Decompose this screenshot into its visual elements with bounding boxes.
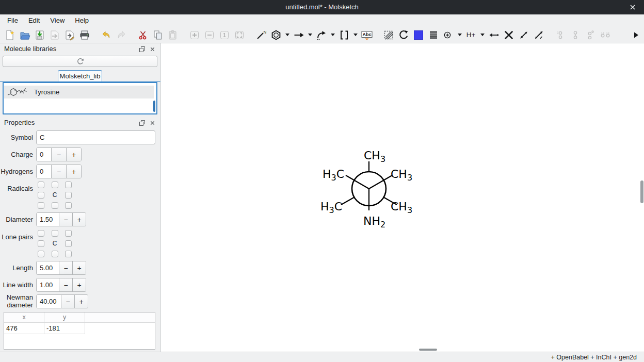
coordinate-y-cell[interactable]: -181 (44, 323, 85, 334)
length-value[interactable]: 5.00 (37, 261, 59, 274)
redo-button[interactable] (114, 28, 128, 42)
lone-pair-checkbox[interactable] (65, 230, 72, 237)
mechanism-arrow-tool-button[interactable] (314, 28, 329, 42)
arrow-tool-button[interactable] (291, 28, 306, 42)
lone-pair-checkbox[interactable] (38, 251, 44, 257)
rotate-tool-button[interactable] (396, 28, 411, 42)
mechanism-arrow-dropdown-button[interactable] (329, 28, 336, 42)
library-scrollbar-thumb[interactable] (153, 101, 155, 112)
lone-pair-checkbox[interactable] (65, 240, 72, 247)
radical-checkbox[interactable] (38, 182, 44, 188)
canvas-vertical-scrollbar-thumb[interactable] (640, 180, 643, 203)
newman-diameter-value[interactable]: 40.00 (37, 295, 61, 308)
coordinate-x-cell[interactable]: 476 (4, 323, 44, 334)
library-item-tyrosine[interactable]: Tyrosine (4, 86, 154, 98)
radical-checkbox[interactable] (65, 192, 72, 199)
atom-label-lower-left[interactable]: H3C (320, 200, 342, 215)
newman-diameter-decrement-button[interactable]: − (61, 295, 74, 308)
zoom-fit-button[interactable] (232, 28, 247, 42)
open-file-button[interactable] (17, 28, 32, 42)
radical-checkbox[interactable] (38, 192, 44, 199)
zoom-original-button[interactable]: 1 (217, 28, 232, 42)
radical-checkbox[interactable] (38, 202, 44, 209)
charge-tool-dropdown-button[interactable] (456, 28, 463, 42)
atom-label-upper-left[interactable]: H3C (323, 168, 344, 183)
draw-tool-button[interactable]: N (253, 28, 268, 42)
menu-view[interactable]: View (45, 14, 70, 27)
tab-molsketch-lib[interactable]: Molsketch_lib (58, 70, 102, 82)
length-decrement-button[interactable]: − (59, 261, 72, 274)
lone-pair-checkbox[interactable] (52, 230, 58, 237)
menu-help[interactable]: Help (70, 14, 94, 27)
electron-tool-button[interactable] (486, 28, 501, 42)
lone-pair-checkbox[interactable] (38, 230, 44, 237)
charge-increment-button[interactable]: + (66, 148, 81, 161)
molecule-tool-button-3[interactable] (583, 28, 598, 42)
hydrogens-value[interactable]: 0 (37, 165, 51, 178)
lone-pair-checkbox[interactable] (65, 251, 72, 257)
diameter-decrement-button[interactable]: − (59, 213, 72, 226)
line-width-increment-button[interactable]: + (72, 278, 86, 291)
lone-pair-checkbox[interactable] (38, 240, 44, 247)
color-picker-button[interactable] (411, 28, 426, 42)
drawing-canvas[interactable]: CH3 H3C CH3 H3C CH3 NH2 (160, 43, 644, 352)
window-close-button[interactable] (624, 0, 641, 14)
line-width-button[interactable] (426, 28, 441, 42)
line-width-decrement-button[interactable]: − (59, 278, 72, 291)
menu-edit[interactable]: Edit (23, 14, 45, 27)
print-button[interactable] (77, 28, 92, 42)
canvas-horizontal-scrollbar-thumb[interactable] (419, 349, 437, 351)
radical-checkbox[interactable] (65, 202, 72, 209)
line-width-value[interactable]: 1.00 (37, 278, 59, 291)
zoom-in-button[interactable] (187, 28, 202, 42)
atom-label-top[interactable]: CH3 (364, 149, 385, 164)
length-increment-button[interactable]: + (72, 261, 86, 274)
charge-tool-button[interactable] (441, 28, 456, 42)
delete-tool-button[interactable] (501, 28, 516, 42)
atom-label-lower-right[interactable]: CH3 (391, 200, 412, 215)
library-panel-float-button[interactable] (137, 45, 147, 53)
ring-tool-dropdown-button[interactable] (283, 28, 291, 42)
library-panel-close-button[interactable] (148, 45, 157, 53)
zoom-out-button[interactable] (202, 28, 217, 42)
export-button[interactable] (62, 28, 77, 42)
properties-panel-close-button[interactable] (148, 119, 157, 127)
bracket-tool-button[interactable] (336, 28, 351, 42)
undo-button[interactable] (99, 28, 114, 42)
radical-checkbox[interactable] (52, 202, 58, 209)
properties-panel-float-button[interactable] (137, 119, 147, 127)
charge-value[interactable]: 0 (37, 148, 51, 161)
atom-label-bottom[interactable]: NH2 (363, 215, 385, 229)
save-button[interactable] (32, 28, 47, 42)
charge-decrement-button[interactable]: − (51, 148, 66, 161)
diameter-increment-button[interactable]: + (72, 213, 86, 226)
copy-button[interactable] (150, 28, 165, 42)
molecule-tool-button-1[interactable] (553, 28, 568, 42)
newman-projection-molecule[interactable]: CH3 H3C CH3 H3C CH3 NH2 (160, 43, 644, 352)
radical-checkbox[interactable] (52, 182, 58, 188)
atom-label-upper-right[interactable]: CH3 (391, 168, 412, 183)
symbol-input[interactable] (36, 130, 155, 144)
text-tool-button[interactable]: Abc (359, 28, 374, 42)
hydrogen-tool-dropdown-button[interactable] (478, 28, 486, 42)
flip-tool-button-1[interactable] (516, 28, 531, 42)
lone-pair-checkbox[interactable] (52, 251, 58, 257)
molecule-tool-button-2[interactable] (568, 28, 583, 42)
save-as-button[interactable] (47, 28, 62, 42)
ring-tool-button[interactable] (268, 28, 283, 42)
new-file-button[interactable]: ★ (2, 28, 17, 42)
toolbar-extension-button[interactable] (631, 28, 642, 42)
molecule-tool-button-4[interactable] (598, 28, 613, 42)
radical-checkbox[interactable] (65, 182, 72, 188)
cut-button[interactable] (135, 28, 150, 42)
flip-tool-button-2[interactable] (531, 28, 546, 42)
selection-tool-button[interactable] (381, 28, 396, 42)
menu-file[interactable]: File (3, 14, 23, 27)
diameter-value[interactable]: 1.50 (37, 213, 59, 226)
hydrogens-decrement-button[interactable]: − (51, 165, 66, 178)
paste-button[interactable] (165, 28, 180, 42)
bracket-tool-dropdown-button[interactable] (351, 28, 359, 42)
hydrogen-tool-button[interactable]: H+ (463, 28, 478, 42)
arrow-tool-dropdown-button[interactable] (306, 28, 314, 42)
library-refresh-button[interactable] (3, 56, 157, 67)
